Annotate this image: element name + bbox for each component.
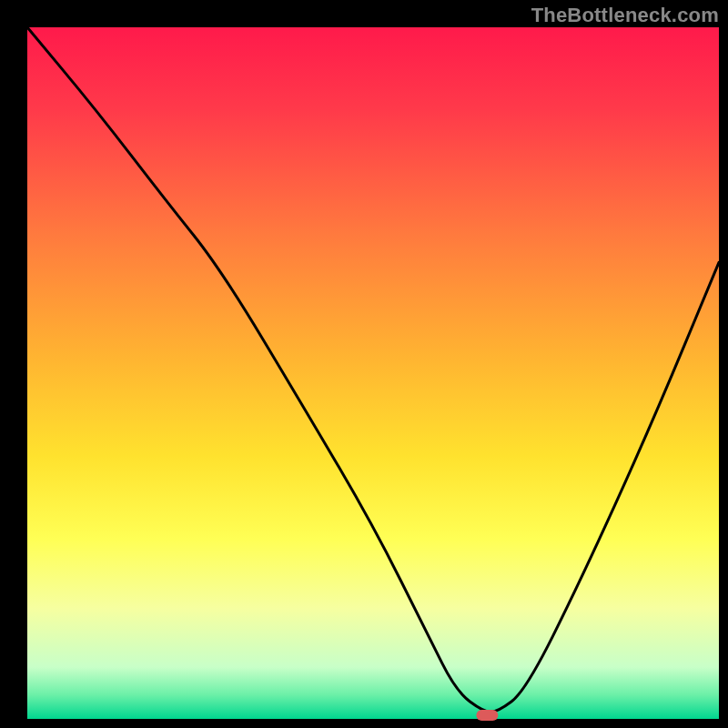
- chart-root: TheBottleneck.com: [0, 0, 728, 728]
- bottleneck-chart: [0, 0, 728, 728]
- minimum-marker: [476, 710, 498, 721]
- plot-background: [27, 27, 719, 719]
